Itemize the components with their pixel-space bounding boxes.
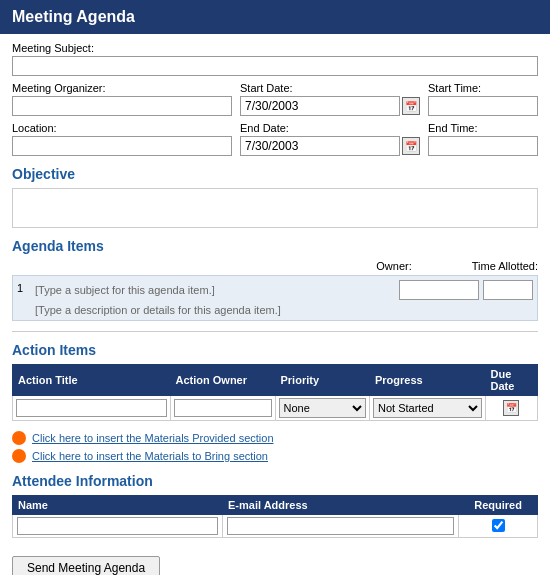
- action-owner-input[interactable]: [174, 399, 272, 417]
- meeting-subject-input[interactable]: [12, 56, 538, 76]
- action-items-table: Action Title Action Owner Priority Progr…: [12, 364, 538, 421]
- priority-select[interactable]: None Low Medium High: [279, 398, 367, 418]
- action-owner-col: Action Owner: [170, 365, 275, 396]
- attendee-email-col: E-mail Address: [223, 496, 459, 515]
- objective-box: [12, 188, 538, 228]
- objective-title: Objective: [12, 166, 538, 182]
- location-input[interactable]: [12, 136, 232, 156]
- action-title-input[interactable]: [16, 399, 167, 417]
- action-item-row: None Low Medium High Not Started In Prog…: [13, 396, 538, 421]
- agenda-item: 1 [Type a subject for this agenda item.]…: [12, 275, 538, 321]
- due-date-calendar-icon[interactable]: 📅: [503, 400, 519, 416]
- agenda-time-col-label: Time Allotted:: [472, 260, 538, 272]
- materials-bring-icon: [12, 449, 26, 463]
- start-date-input[interactable]: 7/30/2003: [240, 96, 400, 116]
- start-time-input[interactable]: [428, 96, 538, 116]
- attendee-row: [13, 515, 538, 538]
- progress-select[interactable]: Not Started In Progress Completed Deferr…: [373, 398, 482, 418]
- end-date-calendar-icon[interactable]: 📅: [402, 137, 420, 155]
- agenda-items-title: Agenda Items: [12, 238, 538, 254]
- progress-col: Progress: [370, 365, 486, 396]
- materials-provided-icon: [12, 431, 26, 445]
- end-time-input[interactable]: [428, 136, 538, 156]
- page-title: Meeting Agenda: [12, 8, 135, 25]
- agenda-owner-col-label: Owner:: [376, 260, 411, 272]
- agenda-desc-placeholder: [Type a description or details for this …: [35, 304, 533, 316]
- agenda-header: Owner: Time Allotted:: [12, 260, 538, 272]
- action-items-title: Action Items: [12, 342, 538, 358]
- start-date-calendar-icon[interactable]: 📅: [402, 97, 420, 115]
- end-date-label: End Date:: [240, 122, 420, 134]
- organizer-input[interactable]: [12, 96, 232, 116]
- attendee-name-input[interactable]: [17, 517, 218, 535]
- priority-col: Priority: [275, 365, 370, 396]
- attendee-required-checkbox[interactable]: [492, 519, 505, 532]
- agenda-subject-placeholder: [Type a subject for this agenda item.]: [35, 284, 395, 296]
- end-time-label: End Time:: [428, 122, 538, 134]
- action-title-col: Action Title: [13, 365, 171, 396]
- organizer-label: Meeting Organizer:: [12, 82, 232, 94]
- start-date-label: Start Date:: [240, 82, 420, 94]
- page-header: Meeting Agenda: [0, 0, 550, 34]
- meeting-subject-label: Meeting Subject:: [12, 42, 538, 54]
- attendee-table: Name E-mail Address Required: [12, 495, 538, 538]
- attendee-required-col: Required: [459, 496, 538, 515]
- attendee-name-col: Name: [13, 496, 223, 515]
- divider: [12, 331, 538, 332]
- end-date-input[interactable]: 7/30/2003: [240, 136, 400, 156]
- attendee-email-input[interactable]: [227, 517, 454, 535]
- start-time-label: Start Time:: [428, 82, 538, 94]
- send-meeting-agenda-button[interactable]: Send Meeting Agenda: [12, 556, 160, 575]
- attendee-title: Attendee Information: [12, 473, 538, 489]
- agenda-owner-input[interactable]: [399, 280, 479, 300]
- agenda-time-input[interactable]: [483, 280, 533, 300]
- insert-materials-bring-link[interactable]: Click here to insert the Materials to Br…: [32, 450, 268, 462]
- insert-links-section: Click here to insert the Materials Provi…: [12, 431, 538, 463]
- agenda-item-number: 1: [17, 280, 31, 294]
- due-date-col: Due Date: [485, 365, 538, 396]
- location-label: Location:: [12, 122, 232, 134]
- insert-materials-provided-link[interactable]: Click here to insert the Materials Provi…: [32, 432, 274, 444]
